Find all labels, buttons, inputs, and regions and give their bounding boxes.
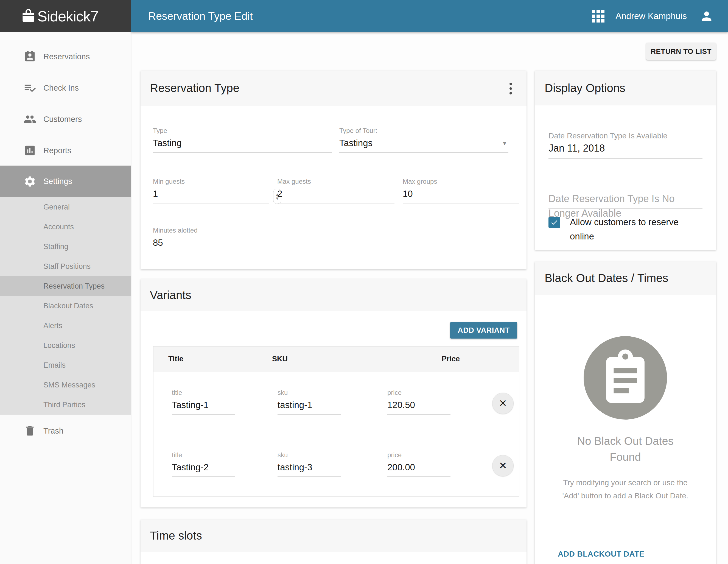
- display-options-card-title: Display Options: [545, 82, 625, 95]
- logo-text: Sidekick7: [37, 8, 98, 25]
- shopping-bag-icon: [20, 8, 37, 25]
- sidebar-item-label: Reservations: [43, 52, 90, 61]
- app-bar: Reservation Type Edit Andrew Kamphuis: [131, 0, 728, 32]
- close-icon: ✕: [499, 398, 507, 409]
- sidebar-subitem-reservation-types[interactable]: Reservation Types: [0, 276, 131, 296]
- sidebar-item-label: Customers: [43, 115, 82, 124]
- minutes-alotted-field[interactable]: Minutes alotted 85: [153, 227, 269, 252]
- trash-icon: [24, 425, 36, 437]
- sidebar-item-reservations[interactable]: Reservations: [0, 41, 131, 72]
- sidebar-subitem-locations[interactable]: Locations: [0, 336, 131, 355]
- add-blackout-date-button[interactable]: ADD BLACKOUT DATE: [558, 550, 645, 559]
- sidebar-item-trash[interactable]: Trash: [0, 415, 131, 446]
- variant-price-field[interactable]: price 200.00: [387, 451, 450, 477]
- remove-variant-button[interactable]: ✕: [492, 455, 514, 476]
- reservation-type-card: Reservation Type Type Tasting Type of To…: [141, 71, 527, 269]
- sidebar-subitem-emails[interactable]: Emails: [0, 355, 131, 375]
- kebab-menu-icon[interactable]: [509, 83, 512, 97]
- empty-state-message: Try modifying your search or use the 'Ad…: [557, 476, 694, 502]
- variant-row: title Tasting-1 sku tasting-1 price 120.…: [153, 372, 519, 434]
- sidebar-item-label: Check Ins: [43, 83, 79, 93]
- date-available-label: Date Reservation Type Is Available: [548, 132, 667, 140]
- user-name[interactable]: Andrew Kamphuis: [615, 11, 687, 21]
- chevron-down-icon: ▼: [502, 140, 507, 147]
- person-icon[interactable]: [699, 9, 714, 23]
- blackout-card-title: Black Out Dates / Times: [545, 272, 668, 285]
- sidebar-subitem-staff-positions[interactable]: Staff Positions: [0, 256, 131, 276]
- max-groups-field[interactable]: Max groups 10: [403, 178, 519, 203]
- sidebar-subitem-sms-messages[interactable]: SMS Messages: [0, 375, 131, 395]
- sidebar-item-check-ins[interactable]: Check Ins: [0, 72, 131, 104]
- display-options-card: Display Options Date Reservation Type Is…: [535, 71, 716, 250]
- min-guests-input[interactable]: 1: [153, 189, 269, 203]
- sidebar: Reservations Check Ins Customers Reports…: [0, 32, 131, 564]
- page-title: Reservation Type Edit: [148, 10, 253, 22]
- date-available-input[interactable]: Jan 11, 2018: [548, 143, 702, 159]
- sidebar-item-label: Trash: [43, 426, 63, 435]
- max-groups-input[interactable]: 10: [403, 189, 519, 203]
- minutes-alotted-input[interactable]: 85: [153, 238, 269, 252]
- sidebar-subitem-general[interactable]: General: [0, 197, 131, 217]
- sidebar-subitem-third-parties[interactable]: Third Parties: [0, 395, 131, 415]
- variant-row: title Tasting-2 sku tasting-3 price 200.…: [153, 434, 519, 496]
- blackout-card: Black Out Dates / Times No Black Out Dat…: [535, 261, 716, 564]
- remove-variant-button[interactable]: ✕: [492, 393, 514, 414]
- max-guests-field[interactable]: Max guests 2: [277, 178, 394, 203]
- account-box-icon: [24, 50, 36, 63]
- type-of-tour-select[interactable]: Type of Tour: Tastings ▼: [339, 127, 508, 153]
- clipboard-empty-icon: [584, 336, 667, 420]
- return-to-list-button[interactable]: RETURN TO LIST: [646, 43, 716, 60]
- close-icon: ✕: [499, 460, 507, 471]
- variants-card-title: Variants: [150, 289, 191, 302]
- time-slots-card: Time slots: [141, 520, 527, 564]
- variants-table-header: Title SKU Price: [153, 347, 519, 372]
- divider: [543, 536, 708, 536]
- variant-title-field[interactable]: title Tasting-2: [172, 451, 235, 477]
- min-guests-field[interactable]: Min guests 1 ▲ ▼: [153, 178, 269, 203]
- sidebar-item-reports[interactable]: Reports: [0, 135, 131, 166]
- type-field[interactable]: Type Tasting: [153, 127, 332, 153]
- sidebar-subitem-accounts[interactable]: Accounts: [0, 217, 131, 237]
- sidebar-subitem-alerts[interactable]: Alerts: [0, 316, 131, 336]
- sidebar-item-label: Settings: [43, 177, 72, 186]
- variant-title-field[interactable]: title Tasting-1: [172, 389, 235, 415]
- sidebar-subitem-staffing[interactable]: Staffing: [0, 237, 131, 256]
- column-header-title: Title: [168, 355, 183, 363]
- sidebar-subitem-blackout-dates[interactable]: Blackout Dates: [0, 296, 131, 316]
- gear-icon: [24, 175, 36, 188]
- app-logo[interactable]: Sidekick7: [0, 0, 131, 32]
- reservation-type-card-title: Reservation Type: [150, 82, 239, 95]
- sidebar-item-settings[interactable]: Settings: [0, 166, 131, 197]
- sidebar-item-label: Reports: [43, 146, 71, 155]
- settings-submenu: General Accounts Staffing Staff Position…: [0, 197, 131, 415]
- type-of-tour-value[interactable]: Tastings: [339, 138, 508, 153]
- add-variant-button[interactable]: ADD VARIANT: [450, 322, 517, 339]
- allow-online-checkbox[interactable]: [548, 217, 560, 228]
- max-guests-input[interactable]: 2: [277, 189, 394, 203]
- column-header-sku: SKU: [272, 355, 288, 363]
- people-icon: [24, 113, 36, 125]
- apps-grid-icon[interactable]: [592, 10, 604, 23]
- variants-table: Title SKU Price title Tasting-1 sku tast…: [153, 346, 519, 497]
- variant-price-field[interactable]: price 120.50: [387, 389, 450, 415]
- type-input[interactable]: Tasting: [153, 138, 332, 153]
- column-header-price: Price: [442, 355, 460, 363]
- variant-sku-field[interactable]: sku tasting-1: [278, 389, 341, 415]
- variants-card: Variants ADD VARIANT Title SKU Price tit…: [141, 279, 527, 507]
- playlist-check-icon: [24, 82, 36, 94]
- allow-online-label: Allow customers to reserve online: [570, 215, 691, 244]
- sidebar-item-customers[interactable]: Customers: [0, 104, 131, 135]
- variant-sku-field[interactable]: sku tasting-3: [278, 451, 341, 477]
- time-slots-card-title: Time slots: [150, 529, 202, 542]
- bar-chart-icon: [24, 144, 36, 157]
- empty-state-title: No Black Out Dates Found: [562, 433, 688, 465]
- check-icon: [550, 218, 558, 227]
